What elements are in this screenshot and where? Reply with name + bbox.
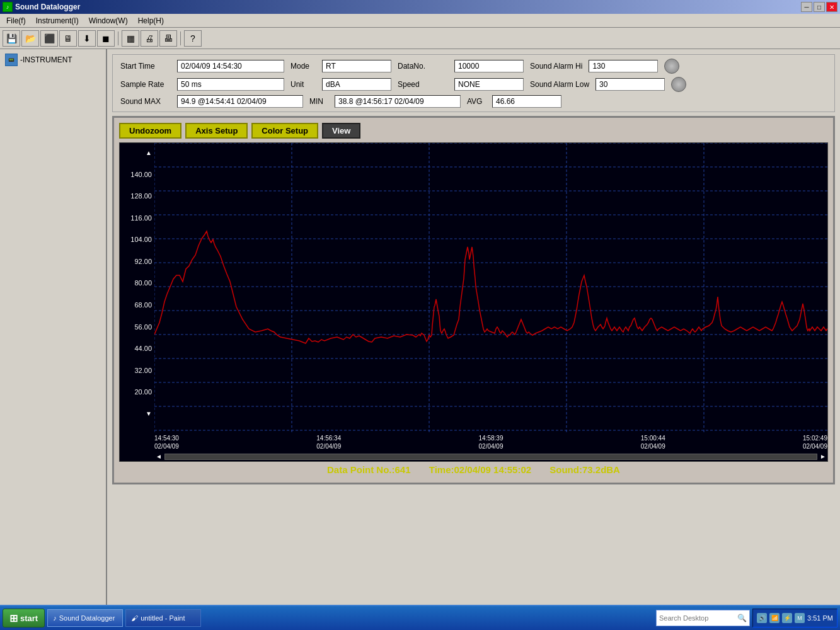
y-label-128: 128.00 xyxy=(122,192,152,200)
y-axis: ▲ 140.00 128.00 116.00 104.00 92.00 80.0… xyxy=(120,143,154,433)
undozoom-button[interactable]: Undozoom xyxy=(119,123,181,139)
y-label-20: 20.00 xyxy=(122,388,152,396)
menu-instrument[interactable]: Instrument(I) xyxy=(31,15,84,26)
app-icon-paint: 🖌 xyxy=(131,614,138,622)
taskbar-tray: 🔊 📶 ⚡ M 3:51 PM xyxy=(752,609,837,627)
open-button[interactable]: 📂 xyxy=(21,30,39,47)
x-label-2: 14:58:39 02/04/09 xyxy=(479,434,503,450)
chart-panel: Undozoom Axis Setup Color Setup View ▲ 1… xyxy=(112,116,835,484)
minimize-button[interactable]: ─ xyxy=(801,2,812,12)
chart-inner xyxy=(154,143,827,433)
x-axis: 14:54:30 02/04/09 14:56:34 02/04/09 14:5… xyxy=(120,433,827,452)
tray-icon-3: ⚡ xyxy=(782,613,792,623)
status-sound: Sound:73.2dBA xyxy=(549,464,620,475)
datano-value: 10000 xyxy=(454,60,524,72)
sound-max-label: Sound MAX xyxy=(120,97,171,106)
y-label-68: 68.00 xyxy=(122,301,152,309)
y-label-116: 116.00 xyxy=(122,214,152,222)
unit-value: dBA xyxy=(322,78,391,91)
app-icon-datalogger: ♪ xyxy=(53,614,57,622)
windows-logo: ⊞ xyxy=(9,612,18,624)
start-button[interactable]: ⊞ start xyxy=(3,609,45,627)
view-button[interactable]: View xyxy=(322,123,360,139)
unit-label: Unit xyxy=(291,80,316,89)
info-row-3: Sound MAX 94.9 @14:54:41 02/04/09 MIN 38… xyxy=(120,95,827,108)
min-value: 38.8 @14:56:17 02/04/09 xyxy=(335,95,461,108)
y-label-56: 56.00 xyxy=(122,323,152,331)
search-box: 🔍 xyxy=(656,610,750,626)
stop-button[interactable]: ◼ xyxy=(97,30,115,47)
menu-file[interactable]: File(f) xyxy=(1,15,31,26)
start-label: start xyxy=(20,614,38,623)
status-time: Time:02/04/09 14:55:02 xyxy=(429,464,531,475)
avg-label: AVG xyxy=(467,97,486,106)
y-label-140: 140.00 xyxy=(122,171,152,178)
svg-rect-0 xyxy=(154,143,827,433)
app-label-paint: untitled - Paint xyxy=(141,614,185,622)
sound-max-value: 94.9 @14:54:41 02/04/09 xyxy=(177,95,303,108)
x-label-1: 14:56:34 02/04/09 xyxy=(316,434,341,450)
start-time-value: 02/04/09 14:54:30 xyxy=(177,60,284,72)
record-button[interactable]: ⬛ xyxy=(40,30,58,47)
title-bar: ♪ Sound Datalogger ─ □ ✕ xyxy=(0,0,840,14)
sidebar-item-instrument[interactable]: 📟 -INSTRUMENT xyxy=(3,52,103,68)
help-button[interactable]: ? xyxy=(184,30,202,47)
info-panel: Start Time 02/04/09 14:54:30 Mode RT Dat… xyxy=(112,54,835,112)
download-button[interactable]: ⬇ xyxy=(78,30,96,47)
sample-rate-label: Sample Rate xyxy=(120,80,171,89)
alarm-hi-indicator xyxy=(664,59,679,74)
mode-value: RT xyxy=(322,60,391,72)
search-input[interactable] xyxy=(659,614,735,622)
tray-icon-1: 🔊 xyxy=(757,613,767,623)
alarm-low-indicator xyxy=(671,77,686,92)
alarm-hi-value: 130 xyxy=(589,60,658,72)
y-scroll-down[interactable]: ▼ xyxy=(122,410,152,417)
device-icon: 📟 xyxy=(5,54,18,66)
chart-status: Data Point No.:641 Time:02/04/09 14:55:0… xyxy=(119,462,828,478)
sidebar: 📟 -INSTRUMENT xyxy=(0,49,107,605)
close-button[interactable]: ✕ xyxy=(826,2,837,12)
avg-value: 46.66 xyxy=(492,95,561,108)
scroll-left-button[interactable]: ◄ xyxy=(154,453,163,460)
y-label-44: 44.00 xyxy=(122,345,152,352)
menu-help[interactable]: Help(H) xyxy=(133,15,169,26)
display-button[interactable]: 🖥 xyxy=(59,30,77,47)
taskbar: ⊞ start ♪ Sound Datalogger 🖌 untitled - … xyxy=(0,605,840,630)
menu-bar: File(f) Instrument(I) Window(W) Help(H) xyxy=(0,14,840,28)
chart-area: ▲ 140.00 128.00 116.00 104.00 92.00 80.0… xyxy=(119,142,828,462)
info-row-1: Start Time 02/04/09 14:54:30 Mode RT Dat… xyxy=(120,59,827,74)
speed-value: NONE xyxy=(454,78,524,91)
mode-label: Mode xyxy=(291,62,316,71)
sample-rate-value: 50 ms xyxy=(177,78,284,91)
content-area: Start Time 02/04/09 14:54:30 Mode RT Dat… xyxy=(107,49,840,605)
tray-icon-4: M xyxy=(795,613,805,623)
scroll-right-button[interactable]: ► xyxy=(819,453,827,460)
color-setup-button[interactable]: Color Setup xyxy=(251,123,318,139)
search-icon: 🔍 xyxy=(737,614,747,622)
print-preview-button[interactable]: 🖶 xyxy=(159,30,177,47)
speed-label: Speed xyxy=(398,80,448,89)
info-row-2: Sample Rate 50 ms Unit dBA Speed NONE So… xyxy=(120,77,827,92)
axis-setup-button[interactable]: Axis Setup xyxy=(185,123,248,139)
y-label-104: 104.00 xyxy=(122,236,152,243)
x-label-3: 15:00:44 02/04/09 xyxy=(641,434,665,450)
y-label-92: 92.00 xyxy=(122,258,152,265)
main-area: 📟 -INSTRUMENT Start Time 02/04/09 14:54:… xyxy=(0,49,840,605)
x-label-4: 15:02:49 02/04/09 xyxy=(803,434,827,450)
menu-window[interactable]: Window(W) xyxy=(84,15,133,26)
scrollbar-row: ◄ ► xyxy=(120,452,827,461)
scroll-track[interactable] xyxy=(164,454,817,460)
grid-button[interactable]: ▦ xyxy=(122,30,139,47)
taskbar-app-datalogger[interactable]: ♪ Sound Datalogger xyxy=(47,609,123,627)
y-scroll-up[interactable]: ▲ xyxy=(122,149,152,156)
status-data-point: Data Point No.:641 xyxy=(327,464,411,475)
window-controls: ─ □ ✕ xyxy=(801,2,837,12)
chart-buttons: Undozoom Axis Setup Color Setup View xyxy=(119,123,828,139)
tray-icon-2: 📶 xyxy=(769,613,780,623)
y-label-80: 80.00 xyxy=(122,279,152,287)
taskbar-app-paint[interactable]: 🖌 untitled - Paint xyxy=(125,609,201,627)
save-button[interactable]: 💾 xyxy=(3,30,20,47)
x-label-0: 14:54:30 02/04/09 xyxy=(154,434,179,450)
maximize-button[interactable]: □ xyxy=(814,2,825,12)
print-button[interactable]: 🖨 xyxy=(141,30,158,47)
